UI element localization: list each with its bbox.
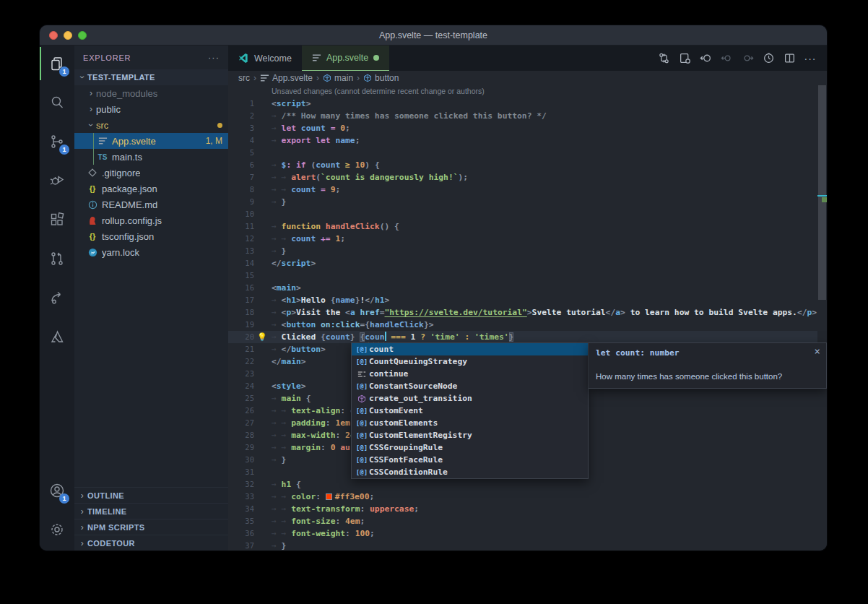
code-line-33[interactable]: 33→ → color: #ff3e00; bbox=[228, 491, 817, 503]
tree-file-readme-md[interactable]: README.md bbox=[74, 197, 228, 212]
tree-folder-node-modules[interactable]: ›node_modules bbox=[74, 85, 228, 101]
code-line-1[interactable]: 1<script> bbox=[228, 98, 817, 110]
activity-bar-item-accounts[interactable]: 1 bbox=[40, 473, 74, 509]
timeline-button[interactable] bbox=[760, 51, 776, 66]
suggest-variable-icon: [@] bbox=[355, 420, 369, 427]
code-line-20[interactable]: 20💡→ Clicked {count} {coun === 1 ? 'time… bbox=[228, 331, 817, 343]
activity-bar-item-search[interactable] bbox=[40, 85, 74, 121]
code-line-10[interactable]: 10 bbox=[228, 208, 817, 220]
suggestion-cssfontfacerule[interactable]: [@]CSSFontFaceRule bbox=[352, 454, 588, 466]
editor-group: WelcomeApp.svelte··· src›App.svelte›main… bbox=[228, 46, 827, 551]
suggestion-label: CustomElementRegistry bbox=[369, 431, 472, 440]
suggestion-cssconditionrule[interactable]: [@]CSSConditionRule bbox=[352, 466, 588, 478]
code-editor[interactable]: Unsaved changes (cannot determine recent… bbox=[228, 85, 827, 551]
tree-folder-public[interactable]: ›public bbox=[74, 101, 228, 117]
close-icon[interactable]: × bbox=[815, 345, 820, 357]
glyph-margin bbox=[254, 319, 272, 331]
section-label: OUTLINE bbox=[87, 491, 124, 500]
tree-item-label: node_modules bbox=[96, 88, 157, 99]
activity-bar-item-azure[interactable] bbox=[40, 319, 74, 355]
indent-guide: → bbox=[272, 492, 282, 501]
code-line-4[interactable]: 4→ export let name; bbox=[228, 134, 817, 147]
open-changes-button[interactable] bbox=[677, 51, 693, 66]
suggestion-customelements[interactable]: [@]customElements bbox=[352, 417, 588, 429]
suggestion-continue[interactable]: continue bbox=[352, 368, 588, 380]
navigate-back-button[interactable] bbox=[698, 51, 713, 66]
code-line-12[interactable]: 12→ → count += 1; bbox=[228, 233, 817, 245]
sidebar-more-actions-button[interactable]: ··· bbox=[208, 52, 220, 63]
code-line-8[interactable]: 8→ → count = 9; bbox=[228, 184, 817, 196]
activity-bar-item-source-control[interactable]: 1 bbox=[40, 124, 74, 160]
tab-welcome[interactable]: Welcome bbox=[228, 46, 302, 71]
suggestion-cssgroupingrule[interactable]: [@]CSSGroupingRule bbox=[352, 441, 588, 454]
code-line-34[interactable]: 34→ → text-transform: uppercase; bbox=[228, 503, 817, 515]
activity-bar-item-live-share[interactable] bbox=[40, 280, 74, 316]
project-root-row[interactable]: › TEST-TEMPLATE bbox=[74, 69, 228, 85]
breadcrumb-item-button[interactable]: button bbox=[363, 73, 399, 83]
line-number: 31 bbox=[228, 466, 254, 478]
tree-file-rollup-config-js[interactable]: rollup.config.js bbox=[74, 212, 228, 228]
suggestion-count[interactable]: [@]count bbox=[352, 343, 588, 355]
code-line-16[interactable]: 16<main> bbox=[228, 282, 817, 294]
suggestion-list: [@]count[@]CountQueuingStrategycontinue[… bbox=[351, 342, 589, 479]
activity-bar-item-explorer[interactable]: 1 bbox=[40, 46, 74, 82]
code-line-3[interactable]: 3→ let count = 0; bbox=[228, 122, 817, 134]
tree-file-tsconfig-json[interactable]: {}tsconfig.json bbox=[74, 228, 228, 244]
tab-app-svelte[interactable]: App.svelte bbox=[302, 46, 389, 71]
code-line-36[interactable]: 36→ → font-weight: 100; bbox=[228, 527, 817, 540]
sidebar-section-codetour[interactable]: ›CODETOUR bbox=[74, 535, 228, 551]
code-line-37[interactable]: 37→ } bbox=[228, 540, 817, 551]
breadcrumb-item-app-svelte[interactable]: App.svelte bbox=[260, 73, 313, 83]
code-line-15[interactable]: 15 bbox=[228, 269, 817, 282]
sidebar-section-npm-scripts[interactable]: ›NPM SCRIPTS bbox=[74, 519, 228, 535]
line-content: → let count = 0; bbox=[272, 122, 350, 134]
tree-folder-src[interactable]: ›src bbox=[74, 117, 228, 133]
activity-bar-item-extensions[interactable] bbox=[40, 202, 74, 238]
line-number: 17 bbox=[228, 294, 254, 306]
activity-bar-item-github-pull-requests[interactable] bbox=[40, 241, 74, 277]
suggestion-countqueuingstrategy[interactable]: [@]CountQueuingStrategy bbox=[352, 355, 588, 368]
tree-file-app-svelte[interactable]: App.svelte1, M bbox=[74, 133, 228, 149]
tree-file-main-ts[interactable]: TSmain.ts bbox=[74, 149, 228, 165]
activity-bar-item-settings[interactable] bbox=[40, 512, 74, 548]
code-line-11[interactable]: 11→ function handleClick() { bbox=[228, 220, 817, 233]
braces-icon: {} bbox=[86, 232, 99, 241]
editor-scrollbar[interactable] bbox=[817, 85, 827, 551]
breadcrumb-item-src[interactable]: src bbox=[238, 73, 250, 83]
indent-guide: → bbox=[272, 517, 282, 526]
lightbulb-icon[interactable]: 💡 bbox=[257, 331, 267, 343]
tree-file-yarn-lock[interactable]: yarn.lock bbox=[74, 244, 228, 260]
suggestion-create_out_transition[interactable]: create_out_transition bbox=[352, 392, 588, 405]
tree-file--gitignore[interactable]: .gitignore bbox=[74, 165, 228, 181]
code-line-7[interactable]: 7→ → alert(`count is dangerously high!`)… bbox=[228, 171, 817, 184]
indent-guide: → bbox=[272, 345, 282, 354]
suggestion-customevent[interactable]: [@]CustomEvent bbox=[352, 405, 588, 417]
split-editor-button[interactable] bbox=[781, 51, 797, 66]
activity-bar-item-run-debug[interactable] bbox=[40, 163, 74, 199]
code-line-6[interactable]: 6→ $: if (count ≥ 10) { bbox=[228, 159, 817, 171]
code-line-32[interactable]: 32→ h1 { bbox=[228, 478, 817, 491]
code-line-9[interactable]: 9→ } bbox=[228, 196, 817, 208]
code-line-19[interactable]: 19→ <button on:click={handleClick}> bbox=[228, 319, 817, 331]
code-line-5[interactable]: 5 bbox=[228, 147, 817, 159]
line-content: <script> bbox=[272, 98, 311, 110]
suggestion-constantsourcenode[interactable]: [@]ConstantSourceNode bbox=[352, 380, 588, 392]
scrollbar-thumb[interactable] bbox=[818, 85, 826, 300]
tree-file-package-json[interactable]: {}package.json bbox=[74, 181, 228, 197]
code-line-2[interactable]: 2→ /** How many times has someone clicke… bbox=[228, 110, 817, 122]
line-content: → → alert(`count is dangerously high!`); bbox=[272, 171, 468, 184]
breadcrumb-item-main[interactable]: main bbox=[323, 73, 353, 83]
git-compare-button[interactable] bbox=[656, 51, 672, 66]
indent-guide: → bbox=[282, 173, 292, 182]
code-line-35[interactable]: 35→ → font-size: 4em; bbox=[228, 515, 817, 527]
more-actions-button[interactable]: ··· bbox=[802, 51, 818, 66]
line-content: → export let name; bbox=[272, 134, 360, 147]
code-line-17[interactable]: 17→ <h1>Hello {name}!</h1> bbox=[228, 294, 817, 306]
sidebar-section-outline[interactable]: ›OUTLINE bbox=[74, 487, 228, 503]
line-content: → <button on:click={handleClick}> bbox=[272, 319, 434, 331]
code-line-13[interactable]: 13→ } bbox=[228, 245, 817, 257]
suggestion-customelementregistry[interactable]: [@]CustomElementRegistry bbox=[352, 429, 588, 441]
code-line-14[interactable]: 14</script> bbox=[228, 257, 817, 269]
code-line-18[interactable]: 18→ <p>Visit the <a href="https://svelte… bbox=[228, 306, 817, 319]
sidebar-section-timeline[interactable]: ›TIMELINE bbox=[74, 503, 228, 519]
